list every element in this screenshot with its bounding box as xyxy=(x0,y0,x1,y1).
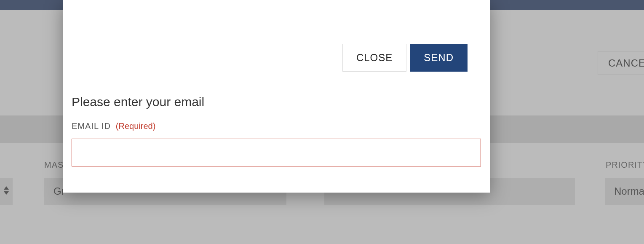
modal-button-row: CLOSE SEND xyxy=(342,44,468,72)
send-button-label: SEND xyxy=(424,52,454,64)
email-field-label-row: EMAIL ID (Required) xyxy=(72,121,155,131)
send-button[interactable]: SEND xyxy=(410,44,468,72)
email-input[interactable] xyxy=(72,139,481,166)
email-modal: CLOSE SEND Please enter your email EMAIL… xyxy=(63,0,490,193)
close-button-label: CLOSE xyxy=(356,52,393,64)
email-field-label: EMAIL ID xyxy=(72,121,111,131)
email-field-required: (Required) xyxy=(116,121,155,131)
close-button[interactable]: CLOSE xyxy=(342,44,406,72)
modal-title: Please enter your email xyxy=(72,95,204,109)
